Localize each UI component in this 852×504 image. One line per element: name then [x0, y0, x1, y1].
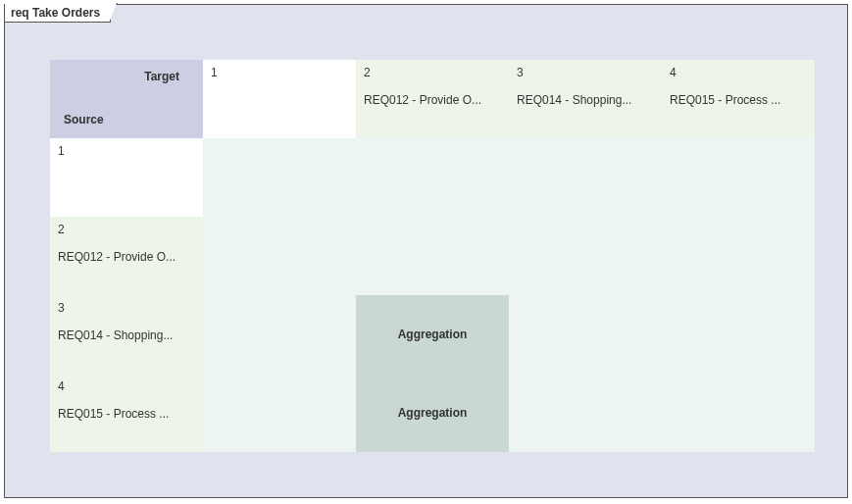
matrix-cell[interactable] [662, 138, 815, 217]
matrix-cell-relationship[interactable]: Aggregation [356, 374, 509, 452]
col-header-3[interactable]: 3 REQ014 - Shopping... [509, 60, 662, 138]
matrix-cell[interactable] [203, 217, 356, 295]
row-label: REQ012 - Provide O... [58, 250, 175, 264]
frame-title-tab: req Take Orders [4, 4, 111, 23]
col-header-1[interactable]: 1 [203, 60, 356, 138]
row-header-3[interactable]: 3 REQ014 - Shopping... [50, 295, 203, 374]
row-label: REQ014 - Shopping... [58, 328, 173, 342]
header-row: Target Source 1 2 REQ012 - Provide O... … [50, 60, 815, 138]
row-number: 3 [58, 301, 195, 315]
matrix-cell[interactable] [509, 217, 662, 295]
matrix-cell-relationship[interactable]: Aggregation [356, 295, 509, 374]
row-number: 1 [58, 144, 195, 158]
matrix-cell[interactable] [509, 295, 662, 374]
row-header-4[interactable]: 4 REQ015 - Process ... [50, 374, 203, 452]
col-number: 1 [211, 66, 348, 79]
row-number: 2 [58, 223, 195, 236]
matrix-cell[interactable] [203, 295, 356, 374]
table-row: 2 REQ012 - Provide O... [50, 217, 815, 295]
matrix-cell[interactable] [662, 217, 815, 295]
col-label: REQ014 - Shopping... [517, 93, 631, 107]
target-axis-label: Target [144, 70, 179, 83]
matrix-cell[interactable] [356, 138, 509, 217]
relationship-matrix: Target Source 1 2 REQ012 - Provide O... … [50, 60, 815, 452]
col-number: 4 [670, 66, 807, 79]
relationship-label: Aggregation [398, 406, 468, 420]
col-header-4[interactable]: 4 REQ015 - Process ... [662, 60, 815, 138]
col-header-2[interactable]: 2 REQ012 - Provide O... [356, 60, 509, 138]
col-label: REQ015 - Process ... [670, 93, 780, 107]
row-header-2[interactable]: 2 REQ012 - Provide O... [50, 217, 203, 295]
table-row: 1 [50, 138, 815, 217]
table-row: 4 REQ015 - Process ... Aggregation [50, 374, 815, 452]
matrix-cell[interactable] [203, 374, 356, 452]
matrix-cell[interactable] [203, 138, 356, 217]
frame-title: req Take Orders [11, 6, 100, 20]
col-number: 2 [364, 66, 501, 79]
relationship-label: Aggregation [398, 328, 468, 341]
col-label: REQ012 - Provide O... [364, 93, 481, 107]
col-number: 3 [517, 66, 654, 79]
table-row: 3 REQ014 - Shopping... Aggregation [50, 295, 815, 374]
matrix-cell[interactable] [356, 217, 509, 295]
matrix-cell[interactable] [509, 138, 662, 217]
row-number: 4 [58, 379, 195, 393]
diagram-frame: req Take Orders Target Source 1 2 REQ012… [4, 4, 848, 498]
matrix-cell[interactable] [662, 295, 815, 374]
row-header-1[interactable]: 1 [50, 138, 203, 217]
matrix-cell[interactable] [509, 374, 662, 452]
matrix-cell[interactable] [662, 374, 815, 452]
source-axis-label: Source [64, 113, 104, 126]
corner-cell: Target Source [50, 60, 203, 138]
row-label: REQ015 - Process ... [58, 407, 169, 421]
